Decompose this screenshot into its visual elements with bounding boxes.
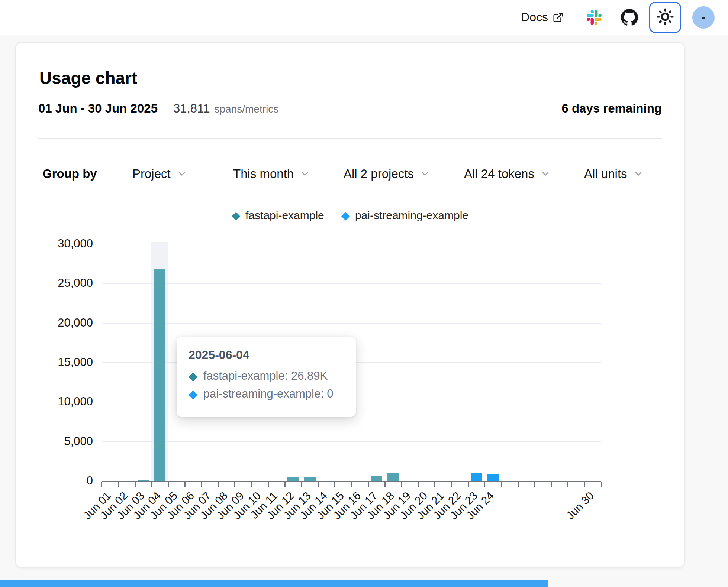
bar-fastapi-example-jun-17[interactable]	[371, 476, 382, 481]
x-axis-tick-label: Jun 02	[79, 489, 130, 540]
x-axis-tick	[184, 482, 186, 487]
x-axis-tick	[384, 482, 386, 487]
bar-fastapi-example-jun-18[interactable]	[387, 473, 399, 481]
x-axis-tick-label: Jun 19	[362, 489, 413, 540]
x-axis-tick	[135, 482, 136, 487]
x-axis-tick-label: Jun 20	[379, 489, 430, 540]
bar-pai-streaming-example-jun-23[interactable]	[471, 473, 482, 481]
y-axis-tick-label: 20,000	[30, 316, 93, 330]
gridline	[102, 283, 601, 284]
theme-toggle-button[interactable]	[649, 2, 681, 33]
top-navigation-bar: Docs	[0, 0, 728, 35]
chevron-down-icon	[540, 169, 551, 179]
days-remaining: 6 days remaining	[561, 101, 662, 116]
x-axis-tick-label: Jun 14	[279, 489, 330, 540]
period-select[interactable]: This month	[233, 165, 310, 182]
x-axis-tick-label: Jun 05	[129, 489, 180, 540]
chevron-down-icon	[633, 169, 644, 179]
chevron-down-icon	[177, 169, 187, 179]
x-axis-tick	[601, 482, 602, 487]
x-axis-tick	[401, 482, 402, 487]
x-axis-tick	[468, 482, 469, 487]
x-axis-tick	[518, 482, 519, 487]
x-axis-tick-label: Jun 09	[196, 489, 247, 540]
x-axis-tick	[501, 482, 502, 487]
x-axis-tick	[551, 482, 552, 487]
gridline	[102, 441, 601, 442]
x-axis-tick	[168, 482, 169, 487]
legend-item-pai-streaming-example[interactable]: ◆ pai-streaming-example	[341, 209, 468, 222]
y-axis-tick-label: 0	[30, 474, 93, 487]
x-axis-tick-label: Jun 10	[212, 489, 263, 540]
y-axis-tick-label: 10,000	[30, 395, 93, 408]
x-axis-tick	[418, 482, 419, 487]
x-axis-tick-label: Jun 21	[396, 489, 447, 540]
page-title: Usage chart	[39, 68, 137, 88]
chevron-down-icon	[300, 169, 310, 179]
x-axis-tick	[334, 482, 335, 487]
date-range: 01 Jun - 30 Jun 2025	[38, 101, 158, 116]
tooltip-row: ◆ pai-streaming-example: 0	[189, 387, 344, 400]
usage-chart-card: Usage chart 01 Jun - 30 Jun 2025 31,811 …	[15, 42, 685, 568]
total-spans-unit: spans/metrics	[214, 103, 278, 115]
bar-fastapi-example-jun-12[interactable]	[287, 477, 299, 481]
user-avatar[interactable]: -	[692, 6, 715, 29]
bar-fastapi-example-jun-03[interactable]	[138, 480, 149, 481]
x-axis-tick	[451, 482, 452, 487]
x-axis-tick	[118, 482, 119, 487]
chevron-down-icon	[420, 169, 430, 179]
chart-tooltip: 2025-06-04 ◆ fastapi-example: 26.89K ◆ p…	[177, 337, 356, 417]
bar-fastapi-example-jun-04[interactable]	[154, 269, 165, 481]
x-axis-tick	[434, 482, 435, 487]
x-axis-tick-label: Jun 08	[179, 489, 230, 540]
x-axis-tick-label: Jun 22	[412, 489, 463, 540]
projects-select[interactable]: All 2 projects	[344, 165, 430, 182]
gridline	[102, 323, 601, 324]
x-axis-tick-label: Jun 15	[296, 489, 347, 540]
github-icon[interactable]	[621, 9, 638, 26]
tooltip-row: ◆ fastapi-example: 26.89K	[189, 369, 344, 383]
x-axis-tick-label: Jun 13	[262, 489, 313, 540]
vertical-divider	[112, 157, 112, 191]
x-axis-tick-label: Jun 01	[62, 489, 113, 540]
diamond-icon: ◆	[189, 388, 197, 400]
divider	[38, 138, 662, 139]
x-axis-tick-label: Jun 24	[445, 489, 496, 540]
external-link-icon	[553, 12, 564, 23]
bar-fastapi-example-jun-13[interactable]	[304, 477, 316, 481]
x-axis-tick	[318, 482, 319, 487]
x-axis-tick	[351, 482, 352, 487]
units-select[interactable]: All units	[584, 165, 644, 182]
legend-item-fastapi-example[interactable]: ◆ fastapi-example	[232, 209, 324, 222]
group-by-label: Group by	[42, 165, 97, 182]
tokens-select[interactable]: All 24 tokens	[464, 165, 551, 182]
y-axis-tick-label: 5,000	[30, 435, 93, 448]
x-axis-tick	[234, 482, 235, 487]
filter-row: Group by Project This month All 2 projec…	[16, 154, 684, 193]
x-axis-line	[102, 481, 601, 482]
x-axis-tick	[567, 482, 568, 487]
bar-pai-streaming-example-jun-24[interactable]	[487, 474, 499, 481]
x-axis-tick	[201, 482, 202, 487]
docs-link[interactable]: Docs	[521, 10, 564, 24]
x-axis-tick-label: Jun 07	[162, 489, 213, 540]
x-axis-tick	[101, 482, 102, 487]
sun-icon	[655, 7, 675, 28]
x-axis-tick	[218, 482, 219, 487]
x-axis-tick-label: Jun 16	[312, 489, 363, 540]
y-axis-tick-label: 15,000	[30, 356, 93, 369]
slack-icon[interactable]	[587, 10, 602, 25]
diamond-icon: ◆	[189, 370, 197, 382]
horizontal-scrollbar-thumb[interactable]	[0, 580, 548, 587]
x-axis-tick	[151, 482, 152, 487]
diamond-icon: ◆	[232, 210, 240, 221]
group-by-select[interactable]: Project	[132, 165, 187, 182]
tooltip-date: 2025-06-04	[189, 348, 344, 362]
x-axis-tick	[484, 482, 485, 487]
x-axis-tick-label: Jun 12	[246, 489, 297, 540]
x-axis-tick-label: Jun 11	[229, 489, 280, 540]
x-axis-tick-label: Jun 23	[429, 489, 480, 540]
x-axis-tick-label: Jun 06	[146, 489, 197, 540]
gridline	[102, 244, 601, 244]
x-axis-tick	[268, 482, 269, 487]
